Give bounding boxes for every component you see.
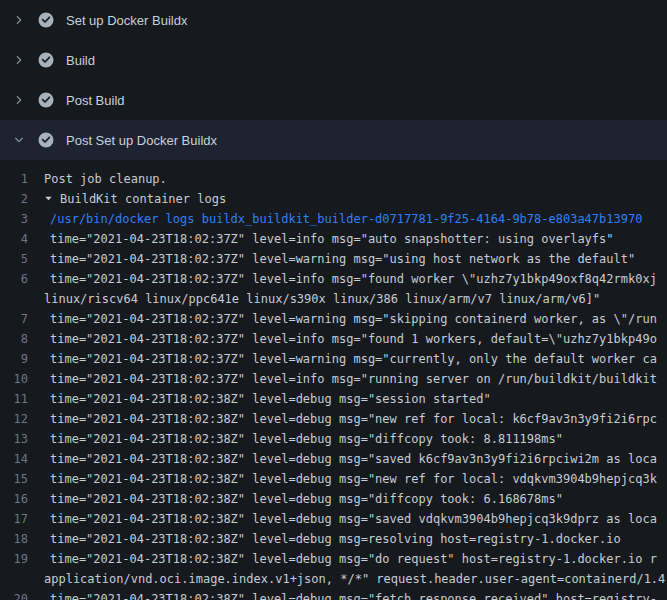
log-line-text: application/vnd.oci.image.index.v1+json,… — [44, 569, 667, 589]
log-line-text: time="2021-04-23T18:02:37Z" level=info m… — [44, 229, 667, 249]
log-line-number[interactable]: 18 — [0, 529, 44, 549]
log-line: 12time="2021-04-23T18:02:38Z" level=debu… — [0, 409, 667, 429]
log-line-text: time="2021-04-23T18:02:37Z" level=info m… — [44, 329, 667, 349]
log-line: 8time="2021-04-23T18:02:37Z" level=info … — [0, 329, 667, 349]
group-toggle-icon[interactable] — [44, 189, 53, 209]
log-text: Post job cleanup. — [44, 172, 167, 186]
log-text: time="2021-04-23T18:02:38Z" level=debug … — [50, 512, 657, 526]
log-text: BuildKit container logs — [60, 192, 226, 206]
log-line-number[interactable]: 6 — [0, 269, 44, 289]
check-circle-icon — [38, 52, 54, 68]
log-line-number[interactable]: 12 — [0, 409, 44, 429]
step-section[interactable]: Build — [0, 40, 667, 80]
log-line-text: time="2021-04-23T18:02:38Z" level=debug … — [44, 429, 667, 449]
log-text: /usr/bin/docker logs buildx_buildkit_bui… — [50, 212, 642, 226]
log-line-number[interactable]: 14 — [0, 449, 44, 469]
log-line-number[interactable]: 11 — [0, 389, 44, 409]
log-text: time="2021-04-23T18:02:37Z" level=warnin… — [50, 312, 657, 326]
log-line-text: time="2021-04-23T18:02:38Z" level=debug … — [44, 469, 667, 489]
log-line-text: time="2021-04-23T18:02:37Z" level=info m… — [44, 269, 667, 289]
log-line-number[interactable]: 17 — [0, 509, 44, 529]
log-command-text: /usr/bin/docker logs buildx_buildkit_bui… — [44, 209, 667, 229]
log-line: 6time="2021-04-23T18:02:37Z" level=info … — [0, 269, 667, 289]
log-text: time="2021-04-23T18:02:38Z" level=debug … — [50, 392, 491, 406]
log-text: time="2021-04-23T18:02:37Z" level=warnin… — [50, 352, 657, 366]
chevron-right-icon[interactable] — [13, 14, 25, 26]
log-line-text: time="2021-04-23T18:02:37Z" level=warnin… — [44, 249, 667, 269]
log-line-number[interactable]: 16 — [0, 489, 44, 509]
chevron-down-icon[interactable] — [13, 134, 25, 146]
log-text: time="2021-04-23T18:02:38Z" level=debug … — [50, 532, 621, 546]
log-text: time="2021-04-23T18:02:38Z" level=debug … — [50, 552, 657, 566]
step-sections: Set up Docker BuildxBuildPost BuildPost … — [0, 0, 667, 160]
log-line-text: time="2021-04-23T18:02:37Z" level=info m… — [44, 369, 667, 389]
check-circle-icon — [38, 132, 54, 148]
log-line: 14time="2021-04-23T18:02:38Z" level=debu… — [0, 449, 667, 469]
log-text: time="2021-04-23T18:02:38Z" level=debug … — [50, 492, 563, 506]
log-line-number[interactable]: 1 — [0, 169, 44, 189]
step-section[interactable]: Set up Docker Buildx — [0, 0, 667, 40]
log-line: 15time="2021-04-23T18:02:38Z" level=debu… — [0, 469, 667, 489]
log-line: 16time="2021-04-23T18:02:38Z" level=debu… — [0, 489, 667, 509]
log-line: 20time="2021-04-23T18:02:38Z" level=debu… — [0, 589, 667, 600]
log-text: time="2021-04-23T18:02:38Z" level=debug … — [50, 432, 563, 446]
log-line-text: time="2021-04-23T18:02:37Z" level=warnin… — [44, 309, 667, 329]
log-line: 1Post job cleanup. — [0, 169, 667, 189]
log-line-text: time="2021-04-23T18:02:38Z" level=debug … — [44, 549, 667, 569]
log-line-number[interactable]: 20 — [0, 589, 44, 600]
step-section-label: Post Build — [66, 93, 125, 108]
log-line: 17time="2021-04-23T18:02:38Z" level=debu… — [0, 509, 667, 529]
log-area: 1Post job cleanup.2BuildKit container lo… — [0, 160, 667, 600]
log-line-number[interactable]: 13 — [0, 429, 44, 449]
log-line-continuation: linux/riscv64 linux/ppc641e linux/s390x … — [0, 289, 667, 309]
step-section-label: Build — [66, 53, 95, 68]
log-line-number[interactable]: 8 — [0, 329, 44, 349]
step-section-label: Post Set up Docker Buildx — [66, 133, 217, 148]
log-line-number[interactable]: 2 — [0, 189, 44, 209]
log-line-text: time="2021-04-23T18:02:38Z" level=debug … — [44, 409, 667, 429]
log-line-text: time="2021-04-23T18:02:38Z" level=debug … — [44, 529, 667, 549]
step-section-label: Set up Docker Buildx — [66, 13, 187, 28]
log-line: 5time="2021-04-23T18:02:37Z" level=warni… — [0, 249, 667, 269]
step-section[interactable]: Post Set up Docker Buildx — [0, 120, 667, 160]
log-line-text: time="2021-04-23T18:02:37Z" level=warnin… — [44, 349, 667, 369]
log-line-number[interactable]: 9 — [0, 349, 44, 369]
check-circle-icon — [38, 12, 54, 28]
log-line-number[interactable]: 4 — [0, 229, 44, 249]
log-line: 11time="2021-04-23T18:02:38Z" level=debu… — [0, 389, 667, 409]
log-line-text: time="2021-04-23T18:02:38Z" level=debug … — [44, 449, 667, 469]
log-line: 3/usr/bin/docker logs buildx_buildkit_bu… — [0, 209, 667, 229]
log-line: 9time="2021-04-23T18:02:37Z" level=warni… — [0, 349, 667, 369]
log-line-number[interactable]: 3 — [0, 209, 44, 229]
log-line-number[interactable]: 19 — [0, 549, 44, 569]
chevron-right-icon[interactable] — [13, 54, 25, 66]
log-text: time="2021-04-23T18:02:37Z" level=info m… — [50, 332, 657, 346]
log-line-text: Post job cleanup. — [44, 169, 667, 189]
log-text: time="2021-04-23T18:02:37Z" level=info m… — [50, 372, 657, 386]
step-section[interactable]: Post Build — [0, 80, 667, 120]
log-line: 13time="2021-04-23T18:02:38Z" level=debu… — [0, 429, 667, 449]
log-line-number[interactable]: 7 — [0, 309, 44, 329]
log-text: time="2021-04-23T18:02:37Z" level=warnin… — [50, 252, 635, 266]
log-line: 2BuildKit container logs — [0, 189, 667, 209]
log-text: time="2021-04-23T18:02:38Z" level=debug … — [50, 452, 657, 466]
log-line: 18time="2021-04-23T18:02:38Z" level=debu… — [0, 529, 667, 549]
log-line: 10time="2021-04-23T18:02:37Z" level=info… — [0, 369, 667, 389]
log-text: time="2021-04-23T18:02:38Z" level=debug … — [50, 472, 657, 486]
log-line-text: linux/riscv64 linux/ppc641e linux/s390x … — [44, 289, 667, 309]
log-line-text: time="2021-04-23T18:02:38Z" level=debug … — [44, 389, 667, 409]
log-line-number[interactable]: 10 — [0, 369, 44, 389]
log-line-text: time="2021-04-23T18:02:38Z" level=debug … — [44, 589, 667, 600]
log-line-continuation: application/vnd.oci.image.index.v1+json,… — [0, 569, 667, 589]
actions-log-viewer: Set up Docker BuildxBuildPost BuildPost … — [0, 0, 667, 600]
log-line-number[interactable]: 5 — [0, 249, 44, 269]
log-text: time="2021-04-23T18:02:37Z" level=info m… — [50, 272, 657, 286]
log-text: linux/riscv64 linux/ppc641e linux/s390x … — [44, 292, 600, 306]
log-text: time="2021-04-23T18:02:37Z" level=info m… — [50, 232, 614, 246]
check-circle-icon — [38, 92, 54, 108]
log-line: 4time="2021-04-23T18:02:37Z" level=info … — [0, 229, 667, 249]
log-line-text: time="2021-04-23T18:02:38Z" level=debug … — [44, 489, 667, 509]
log-line-number[interactable]: 15 — [0, 469, 44, 489]
log-line: 7time="2021-04-23T18:02:37Z" level=warni… — [0, 309, 667, 329]
chevron-right-icon[interactable] — [13, 94, 25, 106]
